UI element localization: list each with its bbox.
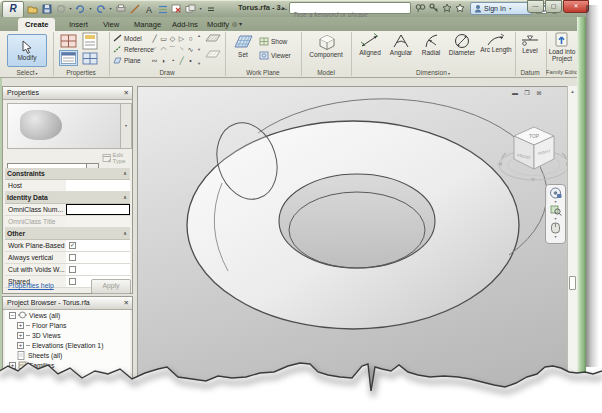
pick-lines-tool-icon[interactable]: ╱ [177,55,186,66]
tree-item-floor-plans[interactable]: Floor Plans [5,320,130,330]
tree-item-3d-views[interactable]: 3D Views [5,330,130,340]
viewer-button[interactable]: Viewer [259,51,291,60]
polygon-inscribed-tool-icon[interactable]: ◇ [168,33,177,44]
properties-panel-label[interactable]: Properties [54,68,108,77]
view-minimize-icon[interactable]: ▬ [510,89,520,98]
work-plane-based-checkbox[interactable] [69,242,76,249]
expand-icon[interactable] [17,322,24,329]
switch-windows-icon[interactable] [184,3,197,15]
tree-item-sheets[interactable]: Sheets (all) [5,350,130,360]
view-close-icon[interactable]: ⊠ [534,89,544,98]
spline-tool-icon[interactable]: ∿ [186,44,195,55]
orbit-dropdown-icon[interactable] [554,235,556,239]
workplane-panel-label[interactable]: Work Plane [226,68,300,77]
section-constraints[interactable]: Constraints [5,168,130,180]
wheel-dropdown-icon[interactable] [554,200,556,204]
favorites-star-icon[interactable] [454,2,466,14]
scroll-up-icon[interactable] [568,86,577,96]
modify-button[interactable]: Modify [7,34,47,67]
spline2-tool-icon[interactable]: ∾ [150,55,159,66]
zoom-dropdown-icon[interactable] [554,217,556,221]
view-restore-icon[interactable]: ❐ [522,89,532,98]
measure-icon[interactable] [128,3,141,15]
radial-dimension-button[interactable]: Radial [417,33,445,57]
properties-close-icon[interactable]: ✕ [124,87,129,99]
section-identity-data[interactable]: Identity Data [5,192,130,204]
show-workplane-button[interactable]: Show [259,37,287,46]
draw-workplane-surface-icon[interactable] [205,48,221,61]
save-icon[interactable] [40,3,53,15]
expand-icon[interactable] [17,332,24,339]
draw-scroll-down-icon[interactable]: ▼ [196,47,202,52]
tree-item-views[interactable]: Views (all) [5,310,130,320]
customize-qat-icon[interactable] [204,3,217,15]
types-grid-icon[interactable] [82,52,98,65]
project-browser-header[interactable]: Project Browser - Torus.rfa ✕ [3,297,132,310]
fillet-arc-tool-icon[interactable]: ◜ [150,44,159,55]
point-tool-icon[interactable]: • [186,55,195,66]
collapse-icon[interactable] [9,312,16,319]
title-overflow-icon[interactable] [282,4,285,11]
close-hidden-windows-icon[interactable] [170,3,183,15]
line-tool-icon[interactable]: ╱ [150,33,159,44]
ribbon-display-toggle-icon[interactable] [232,20,248,29]
search-icon[interactable] [414,2,426,14]
tangent-arc-tool-icon[interactable]: ◝ [177,44,186,55]
vertical-scrollbar[interactable] [567,86,577,413]
help-search-box[interactable] [289,2,411,14]
properties-palette-header[interactable]: Properties ✕ [3,87,132,100]
draw-scroll-up-icon[interactable]: ▲ [196,33,202,38]
communication-center-icon[interactable] [441,2,453,14]
sync-icon[interactable] [54,3,67,15]
model-line-button[interactable]: Model [113,34,142,42]
text-icon[interactable]: A [142,3,155,15]
sign-in-button[interactable]: Sign In [470,2,532,15]
edit-type-button[interactable]: Edit Type [102,151,132,165]
family-types-icon[interactable] [81,32,99,50]
center-ends-arc-tool-icon[interactable]: ◠ [159,44,168,55]
draw-scroll-more-icon[interactable]: ▼ [196,61,202,66]
viewcube[interactable]: TOP FRONT RIGHT [496,115,572,189]
partial-ellipse-tool-icon[interactable]: ◔ [168,55,177,66]
draw-panel-label[interactable]: Draw [110,68,224,77]
family-category-icon[interactable] [60,34,77,48]
ellipse-tool-icon[interactable]: ◗ [159,55,168,66]
host-value[interactable] [66,180,130,191]
tree-item-families[interactable]: Families [5,360,130,370]
orbit-icon[interactable] [549,222,562,234]
component-button[interactable]: Component [305,33,347,59]
omniclass-number-input[interactable] [66,204,130,215]
datum-panel-label[interactable]: Datum [515,68,545,77]
tab-create[interactable]: Create [18,18,55,31]
aligned-dimension-button[interactable]: Aligned [355,33,385,57]
always-vertical-checkbox[interactable] [69,254,76,261]
drawing-area[interactable]: ▬ ❐ ⊠ TOP FRONT RIGHT [137,86,567,413]
switch-windows-dropdown-icon[interactable] [198,3,203,15]
shared-checkbox[interactable] [69,278,76,285]
tab-addins[interactable]: Add-Ins [165,18,205,31]
circle-tool-icon[interactable]: ○ [186,33,195,44]
open-icon[interactable] [26,3,39,15]
sign-in-dropdown-icon[interactable] [508,3,513,15]
subscription-key-icon[interactable] [428,2,440,14]
tab-manage[interactable]: Manage [127,18,168,31]
arc-length-dimension-button[interactable]: Arc Length [479,33,513,54]
project-browser-close-icon[interactable]: ✕ [124,297,129,309]
expand-icon[interactable] [17,342,24,349]
zoom-icon[interactable] [550,205,562,216]
dimension-style-icon[interactable] [156,3,169,15]
print-icon[interactable] [114,3,127,15]
section-other[interactable]: Other [5,228,130,240]
start-end-radius-arc-tool-icon[interactable]: ⌒ [168,44,177,55]
apply-button[interactable]: Apply [91,279,131,294]
tree-item-elevations[interactable]: Elevations (Elevation 1) [5,340,130,350]
properties-help-link[interactable]: Properties help [8,282,54,289]
expand-icon[interactable] [9,362,16,369]
scrollbar-thumb[interactable] [569,276,576,290]
tab-modify[interactable]: Modify [200,18,236,31]
redo-icon[interactable] [94,3,107,15]
diameter-dimension-button[interactable]: Diameter [446,33,478,57]
level-button[interactable]: Level [517,33,543,55]
maximize-button[interactable]: ▢ [545,0,562,13]
undo-dropdown-icon[interactable] [88,3,93,15]
